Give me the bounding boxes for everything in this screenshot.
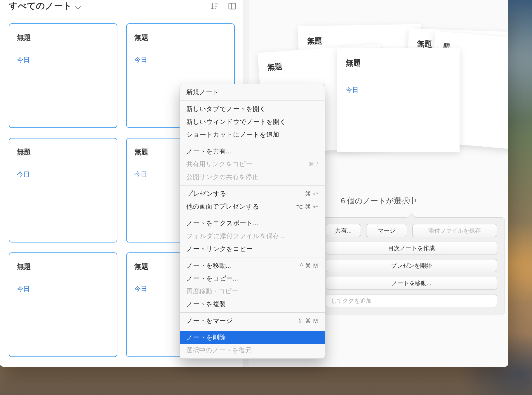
- tag-input[interactable]: してタグを追加: [326, 294, 497, 307]
- context-menu-item[interactable]: 新規ノート: [180, 86, 325, 99]
- action-panel-row: 共有... マージ 添付ファイルを保存: [326, 224, 497, 237]
- context-menu-item[interactable]: ショートカットにノートを追加: [180, 128, 325, 141]
- note-card[interactable]: 無題 今日: [9, 138, 117, 242]
- context-menu-item-label: プレゼンする: [186, 189, 227, 198]
- context-menu-item-label: ノートを削除: [186, 333, 226, 342]
- context-menu-item[interactable]: ノートをマージ⇧ ⌘ M: [180, 314, 325, 327]
- merge-button[interactable]: マージ: [366, 224, 407, 237]
- note-card[interactable]: 無題 今日: [9, 252, 117, 357]
- notebook-title: すべてのノート: [9, 0, 72, 12]
- save-attachments-button[interactable]: 添付ファイルを保存: [412, 224, 497, 237]
- context-menu-separator: [180, 101, 325, 101]
- context-menu-item: 公開リンクの共有を停止: [180, 171, 325, 183]
- context-menu-item[interactable]: ノートをコピー...: [180, 272, 325, 285]
- context-menu-item-label: フォルダに添付ファイルを保存...: [186, 232, 284, 240]
- context-menu-item[interactable]: 他の画面でプレゼンする⌥ ⌘ ↩: [180, 200, 325, 213]
- sort-icon: [210, 2, 219, 11]
- context-menu-item-label: 新しいウィンドウでノートを開く: [186, 117, 286, 126]
- move-notes-button[interactable]: ノートを移動...: [326, 277, 497, 290]
- notebook-title-dropdown[interactable]: すべてのノート: [9, 0, 81, 12]
- context-menu-item: 選択中のノートを復元: [180, 344, 325, 357]
- note-card-date: 今日: [17, 56, 109, 64]
- context-menu-shortcut: ⌘ ↩: [305, 190, 318, 197]
- context-menu-shortcut: ^ ⌘ M: [300, 262, 318, 269]
- context-menu-item-label: 新規ノート: [186, 88, 219, 97]
- column-view-icon: [228, 2, 237, 11]
- stacked-note-title: 無題: [346, 58, 451, 68]
- context-menu-item-label: ノートリンクをコピー: [186, 245, 253, 253]
- action-panel-row: 目次ノートを作成: [326, 242, 497, 254]
- context-menu-item-label: 再度移動・コピー: [186, 287, 238, 296]
- context-menu-item[interactable]: ノートを削除: [180, 331, 325, 344]
- context-menu-item-label: ノートをエクスポート...: [186, 219, 258, 228]
- context-menu-item[interactable]: ノートを複製: [180, 298, 325, 311]
- context-menu-item-label: ノートをマージ: [186, 316, 233, 325]
- context-menu-shortcut: ⇧ ⌘ M: [298, 317, 318, 324]
- context-menu-item-label: 他の画面でプレゼンする: [186, 202, 259, 211]
- context-menu-separator: [180, 329, 325, 329]
- context-menu-item: 共有用リンクをコピー⌘ /: [180, 158, 325, 171]
- stacked-note-date: 今日: [346, 86, 451, 94]
- context-menu-item[interactable]: 新しいウィンドウでノートを開く: [180, 115, 325, 128]
- note-card-title: 無題: [17, 262, 109, 271]
- context-menu-item[interactable]: ノートを共有...: [180, 145, 325, 158]
- create-toc-note-button[interactable]: 目次ノートを作成: [326, 242, 497, 254]
- context-menu-separator: [180, 143, 325, 143]
- note-card-date: 今日: [17, 170, 109, 179]
- svg-rect-0: [229, 3, 236, 9]
- view-toggle-button[interactable]: [227, 1, 237, 11]
- context-menu-item-label: 選択中のノートを復元: [186, 346, 252, 355]
- context-menu[interactable]: 新規ノート新しいタブでノートを開く新しいウィンドウでノートを開くショートカットに…: [180, 84, 325, 359]
- note-card-date: 今日: [17, 285, 109, 293]
- context-menu-item-label: ノートをコピー...: [186, 274, 238, 283]
- context-menu-item-label: ショートカットにノートを追加: [186, 130, 279, 139]
- selection-action-panel: 共有... マージ 添付ファイルを保存 目次ノートを作成 プレゼンを開始 ノート…: [318, 217, 505, 314]
- note-card[interactable]: 無題 今日: [9, 23, 117, 128]
- context-menu-item-label: 共有用リンクをコピー: [186, 160, 252, 169]
- context-menu-item-label: ノートを複製: [186, 300, 226, 309]
- context-menu-item-label: 新しいタブでノートを開く: [186, 105, 266, 113]
- context-menu-separator: [180, 185, 325, 186]
- context-menu-separator: [180, 257, 325, 257]
- note-card-title: 無題: [17, 33, 109, 42]
- context-menu-item: 再度移動・コピー: [180, 285, 325, 298]
- context-menu-shortcut: ⌥ ⌘ ↩: [296, 203, 318, 210]
- note-card-date: 今日: [134, 56, 227, 64]
- start-presentation-button[interactable]: プレゼンを開始: [326, 259, 497, 272]
- context-menu-item[interactable]: ノートを移動...^ ⌘ M: [180, 259, 325, 272]
- context-menu-item[interactable]: ノートをエクスポート...: [180, 217, 325, 230]
- share-button[interactable]: 共有...: [326, 224, 361, 237]
- context-menu-separator: [180, 312, 325, 313]
- context-menu-separator: [180, 215, 325, 215]
- chevron-down-icon: [76, 5, 81, 9]
- context-menu-item[interactable]: 新しいタブでノートを開く: [180, 103, 325, 115]
- header-icon-group: [210, 1, 237, 11]
- context-menu-item-label: 公開リンクの共有を停止: [186, 173, 258, 181]
- context-menu-item[interactable]: ノートリンクをコピー: [180, 242, 325, 255]
- stacked-note-title: 無題: [307, 34, 413, 46]
- context-menu-item-label: ノートを共有...: [186, 147, 231, 156]
- action-panel-row: ノートを移動...: [326, 277, 497, 290]
- stacked-note: 無題 今日: [337, 48, 460, 152]
- context-menu-item-label: ノートを移動...: [186, 261, 231, 270]
- note-card-title: 無題: [134, 33, 227, 42]
- context-menu-shortcut: ⌘ /: [308, 161, 318, 168]
- context-menu-item: フォルダに添付ファイルを保存...: [180, 230, 325, 242]
- sort-button[interactable]: [210, 1, 220, 11]
- desktop-background: すべてのノート 無題 今日 無題: [0, 0, 532, 395]
- context-menu-item[interactable]: プレゼンする⌘ ↩: [180, 187, 325, 200]
- note-card-title: 無題: [17, 147, 109, 157]
- action-panel-row: プレゼンを開始: [326, 259, 497, 272]
- note-list-header: すべてのノート: [0, 0, 244, 12]
